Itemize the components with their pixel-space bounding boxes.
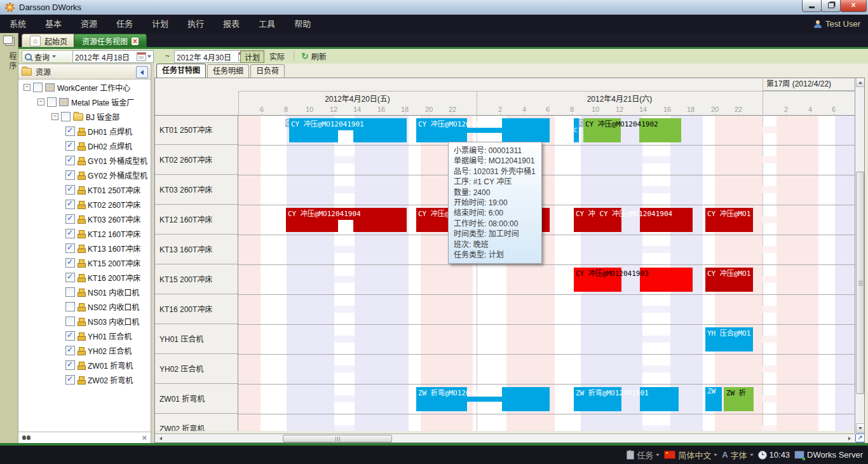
side-strip-label[interactable]: 程序	[0, 52, 18, 71]
scroll-right-button[interactable]	[845, 435, 853, 442]
date-from-dropdown-icon[interactable]	[147, 55, 151, 58]
tree-checkbox[interactable]	[65, 331, 75, 341]
tree-item[interactable]: ZW01 折弯机	[18, 358, 151, 372]
tree-item[interactable]: NS02 内收口机	[18, 299, 151, 314]
clock-icon	[758, 451, 767, 460]
tree-expander-icon[interactable]: −	[37, 99, 44, 106]
tree-checkbox[interactable]	[33, 83, 43, 92]
navigate-corner-button[interactable]: ↗	[855, 433, 865, 442]
tree-checkbox[interactable]	[47, 97, 57, 107]
tree-item[interactable]: −Metal Plate 钣金厂	[18, 95, 151, 109]
menu-item-计划[interactable]: 计划	[142, 15, 178, 33]
date-from-field[interactable]: 2012年 4月18日	[72, 50, 154, 63]
tree-item[interactable]: −WorkCenter 工作中心	[18, 80, 151, 95]
tree-checkbox[interactable]	[65, 302, 75, 311]
user-box[interactable]: Test User	[814, 15, 860, 33]
tree-item[interactable]: GY02 外桶成型机	[18, 168, 151, 182]
tree-checkbox[interactable]	[65, 141, 75, 151]
tab-home-page[interactable]: ⌂ 起始页	[22, 34, 76, 48]
status-font-menu[interactable]: A 字体	[722, 449, 753, 461]
tree-checkbox[interactable]	[65, 360, 75, 370]
tree-item[interactable]: YH02 压合机	[18, 343, 151, 358]
calendar-icon[interactable]	[137, 52, 146, 61]
tree-item[interactable]: ZW02 折弯机	[18, 372, 151, 387]
break-band	[763, 246, 776, 253]
tree-checkbox[interactable]	[65, 229, 75, 238]
tree-item[interactable]: YH01 压合机	[18, 329, 151, 343]
font-icon: A	[722, 450, 728, 460]
tree-checkbox[interactable]	[65, 273, 75, 282]
tree-item[interactable]: KT03 260T冲床	[18, 212, 151, 226]
tree-checkbox[interactable]	[65, 346, 75, 355]
tree-checkbox[interactable]	[65, 287, 75, 297]
tree-checkbox[interactable]	[65, 156, 75, 165]
vertical-scroll-thumb[interactable]	[856, 172, 864, 394]
query-button[interactable]: 查询	[22, 50, 75, 63]
scroll-up-button[interactable]	[856, 78, 865, 87]
menu-item-系统[interactable]: 系统	[0, 15, 36, 33]
status-language-menu[interactable]: 简体中文	[664, 449, 717, 461]
tab-resource-task-view[interactable]: 资源任务视图 ×	[74, 34, 147, 48]
status-task-menu[interactable]: 任务	[627, 449, 660, 461]
tree-item-label: NS01 内收口机	[88, 287, 139, 297]
tree-item[interactable]: KT16 200T冲床	[18, 270, 151, 285]
gantt-tab-日负荷[interactable]: 日负荷	[250, 64, 285, 78]
horizontal-scrollbar[interactable]	[155, 433, 855, 443]
tree-checkbox[interactable]	[65, 243, 75, 253]
tree-checkbox[interactable]	[65, 375, 75, 385]
tree-item[interactable]: DH01 点焊机	[18, 124, 151, 139]
tree-item[interactable]: KT12 160T冲床	[18, 226, 151, 241]
refresh-button[interactable]: ↻ 刷新	[299, 50, 329, 62]
tree-checkbox[interactable]	[65, 200, 75, 209]
tab-close-icon[interactable]: ×	[132, 38, 139, 45]
tree-checkbox[interactable]	[65, 214, 75, 224]
task-bar-segment[interactable]: C	[579, 119, 583, 127]
tree-checkbox[interactable]	[65, 185, 75, 194]
menu-item-任务[interactable]: 任务	[107, 15, 142, 33]
tree-item[interactable]: −BJ 钣金部	[18, 109, 151, 124]
day-boundary-line	[238, 91, 239, 116]
actual-toggle-button[interactable]: 实际	[266, 50, 288, 62]
tree-item[interactable]: NS03 内收口机	[18, 314, 151, 329]
task-bar-segment[interactable]: C	[574, 118, 579, 142]
gantt-tab-任务明细[interactable]: 任务明细	[207, 64, 249, 78]
tree-item[interactable]: KT13 160T冲床	[18, 241, 151, 256]
scroll-down-button[interactable]	[856, 423, 865, 433]
tree-item[interactable]: NS01 内收口机	[18, 285, 151, 299]
tree-checkbox[interactable]	[65, 258, 75, 268]
task-bar-segment[interactable]	[502, 118, 550, 142]
tree-checkbox[interactable]	[65, 126, 75, 136]
menu-item-帮助[interactable]: 帮助	[285, 15, 320, 33]
tree-item[interactable]: DH02 点焊机	[18, 139, 151, 153]
restore-button[interactable]	[821, 0, 841, 12]
tooltip-line: 小票编号: 00001311	[454, 146, 536, 156]
tree-checkbox[interactable]	[65, 317, 75, 326]
tree-item[interactable]: KT02 260T冲床	[18, 197, 151, 212]
tree-checkbox[interactable]	[61, 112, 71, 121]
tree-item[interactable]: KT01 250T冲床	[18, 182, 151, 197]
plan-toggle-button[interactable]: 计划	[240, 50, 264, 63]
cascade-windows-icon[interactable]	[3, 36, 13, 44]
task-bar-segment[interactable]	[502, 387, 550, 411]
menu-item-工具[interactable]: 工具	[249, 15, 285, 33]
tree-expander-icon[interactable]: −	[51, 113, 58, 120]
scroll-left-button[interactable]	[156, 435, 165, 442]
tree-item[interactable]: KT15 200T冲床	[18, 256, 151, 270]
gantt-row	[238, 235, 855, 265]
vertical-scrollbar[interactable]	[855, 78, 865, 433]
tree-expander-icon[interactable]: −	[24, 84, 31, 91]
tree-item[interactable]: GY01 外桶成型机	[18, 153, 151, 168]
query-dropdown-icon[interactable]	[52, 55, 56, 58]
menu-item-基本[interactable]: 基本	[36, 15, 71, 33]
clear-search-icon[interactable]: ×	[142, 433, 147, 442]
collapse-panel-button[interactable]	[136, 66, 148, 78]
tree-checkbox[interactable]	[65, 170, 75, 180]
gantt-tab-任务甘特图[interactable]: 任务甘特图	[156, 64, 206, 78]
menu-item-资源[interactable]: 资源	[71, 15, 107, 33]
close-button[interactable]: ×	[840, 0, 867, 12]
tree-search-box[interactable]: ×	[18, 432, 151, 443]
horizontal-scroll-thumb[interactable]	[283, 435, 392, 442]
menu-item-执行[interactable]: 执行	[178, 15, 214, 33]
menu-item-报表[interactable]: 报表	[214, 15, 249, 33]
minimize-button[interactable]	[802, 0, 822, 12]
